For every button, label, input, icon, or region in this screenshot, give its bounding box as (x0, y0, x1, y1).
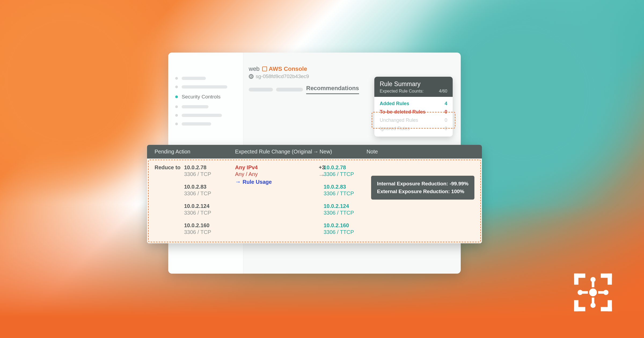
col-note: Note (367, 149, 458, 155)
table-row: 10.0.2.160 3306 / TTCP (324, 222, 388, 235)
original-rule-line1: Any IPv4 (235, 164, 324, 171)
deleted-rules-value: 0 (445, 109, 447, 115)
unchanged-rules-label: Unchanged Rules (380, 117, 418, 123)
recommendations-table: Pending Action Expected Rule Change (Ori… (147, 145, 482, 243)
expected-counts-value: 4/60 (439, 89, 447, 94)
sidebar-item-placeholder[interactable] (168, 83, 243, 91)
active-dot-icon (175, 95, 178, 98)
table-row: 10.0.2.78 3306 / TCP (184, 164, 235, 177)
aws-console-link[interactable]: AWS Console (262, 65, 307, 72)
svg-rect-3 (608, 274, 612, 285)
resource-id: sg-058fd9cd702b43ec9 (256, 74, 309, 79)
tab-placeholder[interactable] (249, 88, 273, 91)
sidebar-item-placeholder[interactable] (168, 120, 243, 128)
svg-rect-1 (574, 274, 579, 285)
rule-summary-title: Rule Summary (380, 80, 447, 88)
external-link-icon (262, 67, 267, 71)
col-pending-action: Pending Action (155, 149, 235, 155)
svg-point-14 (590, 303, 595, 308)
col-expected-change: Expected Rule Change (Original→New) (235, 149, 367, 155)
ignored-rules-value: 0 (445, 126, 447, 131)
svg-point-8 (589, 289, 597, 296)
tab-recommendations[interactable]: Recommendations (306, 85, 359, 94)
svg-point-15 (577, 290, 583, 295)
svg-rect-5 (574, 300, 579, 311)
arrow-right-icon: → (318, 171, 325, 179)
resource-name: web (249, 65, 259, 72)
table-row: 10.0.2.124 3306 / TCP (184, 203, 235, 216)
table-row: 10.0.2.124 3306 / TTCP (324, 203, 388, 216)
added-rules-label: Added Rules (380, 101, 409, 106)
sidebar-item-placeholder[interactable] (168, 74, 243, 83)
brand-logo-icon (572, 271, 614, 314)
table-row: 10.0.2.78 3306 / TTCP (324, 164, 388, 177)
svg-rect-7 (608, 300, 612, 311)
sidebar-item-placeholder[interactable] (168, 111, 243, 120)
table-row: 10.0.2.160 3306 / TCP (184, 222, 235, 235)
sidebar-item-security-controls[interactable]: Security Controls (168, 91, 243, 102)
svg-point-13 (590, 277, 595, 282)
unchanged-rules-value: 0 (445, 117, 447, 123)
added-rules-value: 4 (445, 101, 447, 106)
svg-point-16 (603, 290, 608, 295)
rule-summary-card: Rule Summary Expected Rule Counts: 4/60 … (374, 77, 453, 137)
sidebar-item-label: Security Controls (182, 94, 221, 100)
sidebar-item-placeholder[interactable] (168, 102, 243, 111)
expected-counts-label: Expected Rule Counts: (380, 89, 424, 94)
rule-usage-link[interactable]: → Rule Usage (235, 178, 324, 185)
plus-count: +3 (319, 164, 325, 171)
arrow-right-icon: → (235, 178, 241, 185)
pending-action-label: Reduce to (155, 164, 184, 235)
ignored-rules-label: Ignored Rules (380, 126, 410, 131)
deleted-rules-label: To-be-deleted Rules (380, 109, 426, 115)
exposure-note: Internal Exposure Reduction: -99.99% Ext… (371, 176, 474, 200)
table-row: 10.0.2.83 3306 / TCP (184, 184, 235, 197)
id-badge-icon: ID (249, 74, 254, 79)
original-rule-line2: Any / Any (235, 171, 324, 177)
tab-placeholder[interactable] (276, 88, 303, 91)
